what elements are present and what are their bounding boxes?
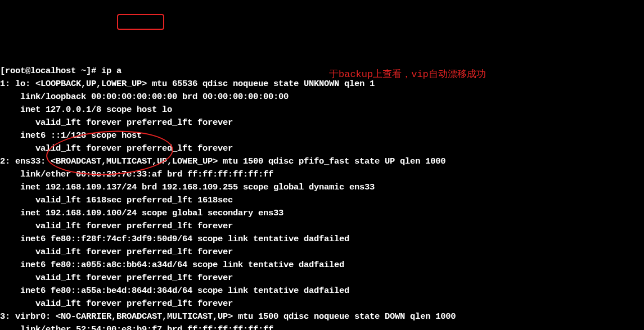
terminal-line: valid_lft forever preferred_lft forever — [0, 247, 233, 257]
terminal-line: valid_lft forever preferred_lft forever — [0, 299, 233, 309]
terminal-line: inet6 ::1/128 scope host — [0, 130, 142, 141]
terminal-line: link/ether 52:54:00:e8:b9:f7 brd ff:ff:f… — [0, 324, 273, 330]
terminal-line: valid_lft forever preferred_lft forever — [0, 143, 233, 153]
terminal-line: valid_lft forever preferred_lft forever — [0, 273, 233, 283]
terminal-line: inet6 fe80::f28f:74cf:3df9:50d9/64 scope… — [0, 234, 349, 244]
highlight-box-command — [117, 14, 164, 30]
terminal-output[interactable]: [root@localhost ~]# ip a 1: lo: <LOOPBAC… — [0, 65, 644, 330]
terminal-line: valid_lft forever preferred_lft forever — [0, 221, 233, 231]
terminal-line: 3: virbr0: <NO-CARRIER,BROADCAST,MULTICA… — [0, 311, 456, 322]
terminal-line: 2: ens33: <BROADCAST,MULTICAST,UP,LOWER_… — [0, 156, 445, 166]
terminal-line: 1: lo: <LOOPBACK,UP,LOWER_UP> mtu 65536 … — [0, 79, 375, 89]
annotation-note: 于backup上查看，vip自动漂移成功 — [329, 68, 486, 81]
terminal-line: valid_lft 1618sec preferred_lft 1618sec — [0, 195, 233, 205]
terminal-line: inet6 fe80::a55a:be4d:864d:364d/64 scope… — [0, 286, 349, 296]
terminal-line: inet6 fe80::a055:a8c:bb64:a34d/64 scope … — [0, 260, 344, 270]
terminal-line: inet 192.168.109.100/24 scope global sec… — [0, 208, 283, 218]
terminal-line: inet 192.168.109.137/24 brd 192.168.109.… — [0, 182, 375, 192]
terminal-line: valid_lft forever preferred_lft forever — [0, 117, 233, 128]
terminal-line: link/loopback 00:00:00:00:00:00 brd 00:0… — [0, 92, 289, 102]
terminal-line: [root@localhost ~]# ip a — [0, 66, 121, 76]
watermark: 亿速云 — [604, 328, 640, 330]
terminal-line: link/ether 00:0c:29:7e:33:af brd ff:ff:f… — [0, 169, 273, 179]
watermark-text: 亿速云 — [619, 328, 640, 330]
terminal-line: inet 127.0.0.1/8 scope host lo — [0, 105, 172, 115]
